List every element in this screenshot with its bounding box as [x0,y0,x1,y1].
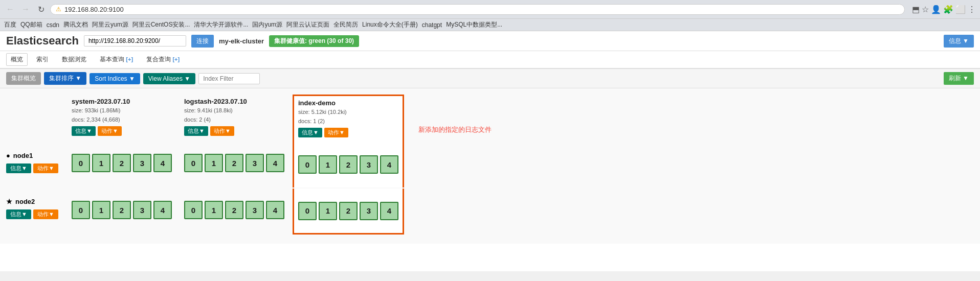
bookmark-aliauth[interactable]: 阿里云认证页面 [286,20,329,29]
shard-logstash-n2-3[interactable]: 3 [246,201,264,219]
shards-row-demo-node1: 0 1 2 3 4 [293,142,404,188]
node1-info-button[interactable]: 信息▼ [6,163,31,173]
connect-button[interactable]: 连接 [191,35,214,48]
index-action-btns-logstash: 信息▼ 动作▼ [184,126,284,136]
tab-index[interactable]: 索引 [32,53,53,66]
tab-overview[interactable]: 概览 [6,53,28,66]
index-action-btn-demo[interactable]: 动作▼ [324,128,348,137]
shard-demo-n2-1[interactable]: 1 [319,202,337,220]
index-filter-input[interactable] [198,73,260,84]
cast-icon[interactable]: ⬒ [912,5,920,14]
bookmark-tencent[interactable]: 腾讯文档 [63,20,88,29]
back-button[interactable]: ← [4,3,16,15]
cluster-name: my-elk-cluster [219,37,264,45]
index-meta-demo: size: 5.12ki (10.2ki) docs: 1 (2) [298,108,398,126]
forward-button[interactable]: → [19,3,32,15]
shard-logstash-n1-2[interactable]: 2 [225,154,243,172]
bookmark-aliyum[interactable]: 阿里云yum源 [92,20,128,29]
index-name-logstash: logstash-2023.07.10 [184,98,284,105]
shard-system-n1-1[interactable]: 1 [92,154,110,172]
shard-system-n2-4[interactable]: 4 [153,201,172,219]
sort-indices-button[interactable]: Sort Indices ▼ [90,73,140,84]
window-icon[interactable]: ⬜ [955,5,966,14]
index-info-btn-demo[interactable]: 信息▼ [298,128,322,137]
shard-logstash-n1-3[interactable]: 3 [246,154,264,172]
shards-row-logstash-n1: 0 1 2 3 4 [180,154,288,172]
shard-system-n1-0[interactable]: 0 [72,154,90,172]
shard-demo-n2-3[interactable]: 3 [360,202,378,220]
shards-row-demo-n1: 0 1 2 3 4 [294,155,403,174]
lock-icon: ⚠ [56,6,61,13]
bookmark-csdn[interactable]: csdn [47,21,59,29]
tab-data-browse[interactable]: 数据浏览 [57,53,91,66]
spacer [6,95,68,146]
node2-action-button[interactable]: 动作▼ [33,209,58,219]
shard-logstash-n1-4[interactable]: 4 [266,154,284,172]
shard-demo-n2-2[interactable]: 2 [339,202,358,220]
shard-logstash-n2-4[interactable]: 4 [266,201,284,219]
bookmark-qqmail[interactable]: QQ邮箱 [20,20,42,29]
shard-logstash-n1-0[interactable]: 0 [184,154,203,172]
shard-demo-n1-4[interactable]: 4 [380,155,398,174]
node2-label: node2 [15,198,35,205]
shard-system-n1-3[interactable]: 3 [133,154,151,172]
shards-row-system-node2: 0 1 2 3 4 [68,187,176,233]
extensions-icon[interactable]: 🧩 [943,5,953,14]
shard-demo-n1-2[interactable]: 2 [339,155,358,174]
index-col-system: system-2023.07.10 size: 933ki (1.86Mi) d… [68,95,176,238]
refresh-button[interactable]: 刷新 ▼ [944,72,974,85]
bookmark-mysql[interactable]: MySQL中数据类型... [446,20,502,29]
bookmarks-bar: 百度 QQ邮箱 csdn 腾讯文档 阿里云yum源 阿里云CentOS安装...… [0,19,980,31]
shard-system-n2-1[interactable]: 1 [92,201,110,219]
health-badge: 集群健康值: green (30 of 30) [269,35,359,47]
bookmark-tsinghua[interactable]: 清华大学开源软件... [194,20,248,29]
shard-demo-n1-1[interactable]: 1 [319,155,337,174]
url-input[interactable] [84,35,186,46]
grid-layout: ● node1 信息▼ 动作▼ ★ [6,95,974,238]
view-aliases-button[interactable]: View Aliases ▼ [143,73,195,84]
bookmark-icon[interactable]: ☆ [922,5,929,14]
tab-complex-query[interactable]: 复合查询 [+] [142,53,184,66]
tab-basic-query[interactable]: 基本查询 [+] [95,53,138,66]
bookmark-linux[interactable]: Linux命令大全(手册) [362,20,418,29]
shard-system-n2-2[interactable]: 2 [113,201,131,219]
info-button[interactable]: 信息 ▼ [944,35,974,48]
index-info-btn-system[interactable]: 信息▼ [72,126,96,136]
node1-action-button[interactable]: 动作▼ [33,163,58,173]
shard-demo-n1-0[interactable]: 0 [298,155,317,174]
note-text: 新添加的指定的日志文件 [418,125,492,238]
bookmark-yum[interactable]: 国内yum源 [252,20,282,29]
node1-name: ● node1 [6,152,68,159]
index-col-logstash: logstash-2023.07.10 size: 9.41ki (18.8ki… [180,95,288,238]
node2-info-button[interactable]: 信息▼ [6,209,31,219]
index-action-btn-logstash[interactable]: 动作▼ [210,126,234,136]
shard-logstash-n2-2[interactable]: 2 [225,201,243,219]
shard-demo-n2-4[interactable]: 4 [380,202,398,220]
index-name-system: system-2023.07.10 [72,98,172,105]
shard-logstash-n2-0[interactable]: 0 [184,201,203,219]
bookmark-resume[interactable]: 全民简历 [333,20,358,29]
sort-cluster-button[interactable]: 集群排序 ▼ [44,72,86,85]
view-aliases-label: View Aliases ▼ [148,75,190,82]
index-action-btn-system[interactable]: 动作▼ [98,126,122,136]
shard-logstash-n1-1[interactable]: 1 [205,154,223,172]
shard-system-n1-4[interactable]: 4 [153,154,172,172]
shard-demo-n1-3[interactable]: 3 [360,155,378,174]
shard-system-n2-3[interactable]: 3 [133,201,151,219]
shard-logstash-n2-1[interactable]: 1 [205,201,223,219]
node2-info-label: 信息▼ [10,210,27,218]
index-docs-logstash: docs: 2 (4) [184,116,211,123]
reload-button[interactable]: ↻ [35,3,47,15]
shard-system-n1-2[interactable]: 2 [113,154,131,172]
shard-demo-n2-0[interactable]: 0 [298,202,317,220]
node-column: ● node1 信息▼ 动作▼ ★ [6,95,68,238]
sort-cluster-label: 集群排序 ▼ [49,74,81,83]
profile-icon[interactable]: 👤 [931,5,941,14]
bookmark-alicos[interactable]: 阿里云CentOS安装... [132,20,190,29]
shard-system-n2-0[interactable]: 0 [72,201,90,219]
bookmark-baidu[interactable]: 百度 [4,20,16,29]
overview-button[interactable]: 集群概览 [6,72,41,85]
index-info-btn-logstash[interactable]: 信息▼ [184,126,208,136]
menu-icon[interactable]: ⋮ [968,5,976,14]
bookmark-chatgpt[interactable]: chatgpt [422,21,442,29]
